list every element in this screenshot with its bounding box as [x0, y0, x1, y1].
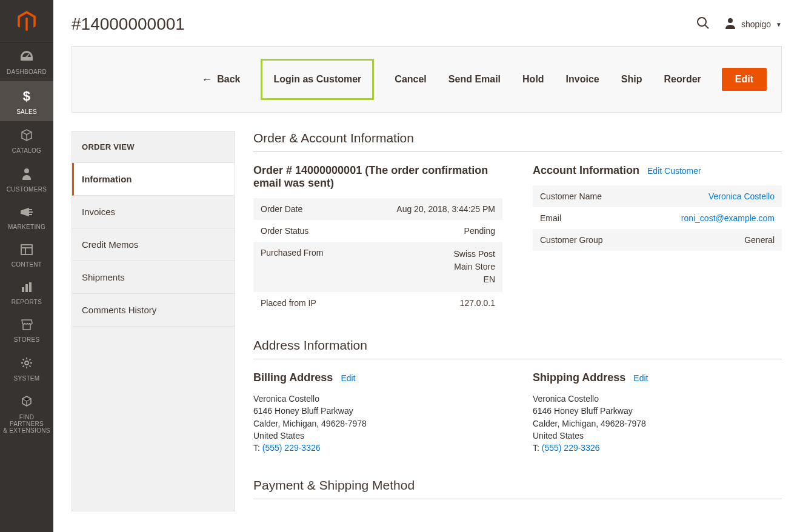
nav-label: FIND PARTNERS & EXTENSIONS [2, 414, 51, 434]
billing-name: Veronica Costello [253, 393, 502, 405]
billing-tel[interactable]: (555) 229-3326 [262, 443, 321, 453]
table-row: Order Date Aug 20, 2018, 3:44:25 PM [253, 198, 502, 220]
nav-marketing[interactable]: MARKETING [0, 199, 53, 236]
svg-point-11 [698, 18, 706, 26]
customer-name-link[interactable]: Veronica Costello [708, 191, 775, 201]
tab-comments-history[interactable]: Comments History [72, 294, 235, 327]
placed-ip-label: Placed from IP [253, 292, 355, 314]
shipping-street: 6146 Honey Bluff Parkway [533, 405, 782, 417]
action-bar: ← Back Login as Customer Cancel Send Ema… [72, 46, 782, 113]
tab-credit-memos[interactable]: Credit Memos [72, 228, 235, 261]
billing-address: Veronica Costello 6146 Honey Bluff Parkw… [253, 393, 502, 454]
reports-icon [20, 281, 33, 296]
edit-customer-link[interactable]: Edit Customer [647, 166, 701, 176]
page-title: #14000000001 [72, 15, 185, 34]
username: shopigo [741, 19, 771, 29]
shipping-edit-link[interactable]: Edit [633, 373, 648, 383]
shipping-tel[interactable]: (555) 229-3326 [542, 443, 600, 453]
sales-icon: $ [21, 88, 32, 105]
user-menu[interactable]: shopigo ▼ [724, 17, 782, 32]
search-icon[interactable] [696, 16, 710, 33]
section-address: Address Information [253, 338, 782, 359]
arrow-left-icon: ← [201, 73, 212, 86]
customer-email-label: Email [533, 207, 636, 229]
nav-label: CUSTOMERS [7, 186, 47, 193]
svg-text:$: $ [23, 88, 31, 103]
svg-point-13 [728, 18, 733, 23]
customer-email-link[interactable]: roni_cost@example.com [681, 213, 775, 223]
nav-stores[interactable]: STORES [0, 311, 53, 349]
billing-edit-link[interactable]: Edit [341, 373, 355, 383]
login-as-customer-button[interactable]: Login as Customer [261, 59, 374, 100]
customers-icon [21, 167, 32, 183]
table-row: Customer Name Veronica Costello [533, 185, 782, 207]
purchased-from-value: Swiss Post Main Store EN [355, 242, 502, 292]
magento-logo[interactable] [0, 0, 53, 42]
partners-icon [20, 395, 33, 411]
nav-label: STORES [14, 336, 40, 343]
stores-icon [20, 319, 33, 333]
customer-name-label: Customer Name [533, 185, 636, 207]
order-status-label: Order Status [253, 220, 355, 242]
nav-reports[interactable]: REPORTS [0, 274, 53, 311]
customer-group-value: General [636, 229, 782, 251]
reorder-button[interactable]: Reorder [662, 70, 702, 88]
nav-label: SALES [16, 108, 37, 115]
nav-partners[interactable]: FIND PARTNERS & EXTENSIONS [0, 388, 53, 440]
order-status-value: Pending [355, 220, 502, 242]
nav-catalog[interactable]: CATALOG [0, 121, 53, 160]
table-row: Email roni_cost@example.com [533, 207, 782, 229]
table-row: Placed from IP 127.0.0.1 [253, 292, 502, 314]
content-icon [20, 244, 33, 258]
order-view-header: ORDER VIEW [72, 131, 235, 163]
account-info-title: Account Information [533, 164, 639, 176]
tab-shipments[interactable]: Shipments [72, 261, 235, 294]
table-row: Order Status Pending [253, 220, 502, 242]
admin-sidebar: DASHBOARD $ SALES CATALOG CUSTOMERS MARK… [0, 0, 53, 532]
send-email-button[interactable]: Send Email [447, 70, 502, 88]
customer-group-label: Customer Group [533, 229, 636, 251]
back-label: Back [217, 74, 240, 85]
nav-label: REPORTS [12, 299, 42, 305]
section-order-account: Order & Account Information [253, 131, 782, 152]
billing-country: United States [253, 430, 502, 442]
svg-rect-8 [25, 284, 28, 292]
shipping-address: Veronica Costello 6146 Honey Bluff Parkw… [533, 393, 782, 454]
order-date-value: Aug 20, 2018, 3:44:25 PM [355, 198, 502, 220]
nav-sales[interactable]: $ SALES [0, 81, 53, 121]
system-icon [20, 356, 33, 372]
back-button[interactable]: ← Back [200, 70, 241, 90]
shipping-title: Shipping Address [533, 371, 625, 384]
billing-tel-prefix: T: [253, 443, 262, 453]
edit-button[interactable]: Edit [722, 68, 767, 91]
nav-customers[interactable]: CUSTOMERS [0, 160, 53, 199]
nav-dashboard[interactable]: DASHBOARD [0, 42, 53, 81]
nav-label: CATALOG [12, 147, 41, 154]
avatar-icon [724, 17, 736, 32]
svg-rect-4 [21, 245, 32, 254]
billing-title: Billing Address [253, 371, 333, 384]
svg-rect-9 [29, 282, 32, 292]
ship-button[interactable]: Ship [620, 70, 644, 88]
section-payment-shipping: Payment & Shipping Method [253, 478, 782, 499]
chevron-down-icon: ▼ [776, 21, 782, 28]
table-row: Customer Group General [533, 229, 782, 251]
nav-label: CONTENT [12, 261, 42, 268]
placed-ip-value: 127.0.0.1 [355, 292, 502, 314]
tab-invoices[interactable]: Invoices [72, 196, 235, 228]
catalog-icon [20, 128, 33, 144]
invoice-button[interactable]: Invoice [565, 70, 601, 88]
billing-street: 6146 Honey Bluff Parkway [253, 405, 502, 417]
shipping-city: Calder, Michigan, 49628-7978 [533, 417, 782, 430]
dashboard-icon [19, 50, 34, 65]
nav-content[interactable]: CONTENT [0, 236, 53, 274]
shipping-country: United States [533, 430, 782, 442]
cancel-button[interactable]: Cancel [393, 70, 427, 88]
order-info-title: Order # 14000000001 (The order confirmat… [253, 164, 502, 190]
nav-system[interactable]: SYSTEM [0, 349, 53, 388]
marketing-icon [20, 206, 33, 221]
order-date-label: Order Date [253, 198, 355, 220]
tab-information[interactable]: Information [72, 163, 235, 196]
shipping-tel-prefix: T: [533, 443, 542, 453]
hold-button[interactable]: Hold [521, 70, 545, 88]
